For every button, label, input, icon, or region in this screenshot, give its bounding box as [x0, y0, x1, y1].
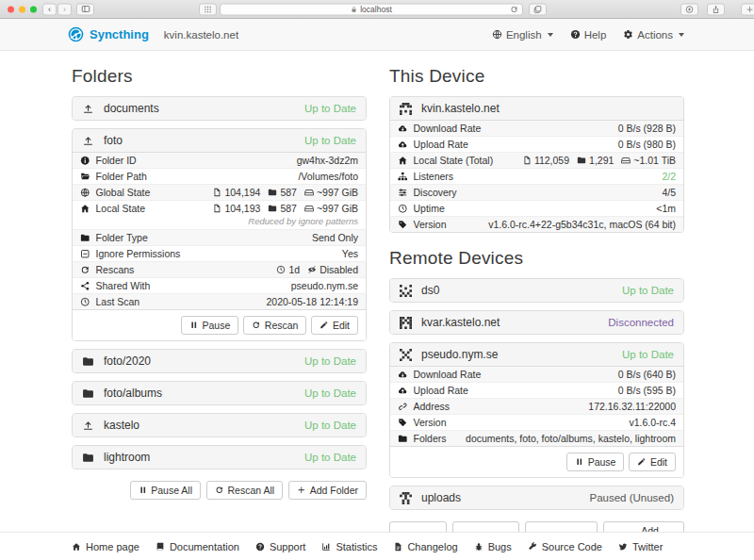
language-menu[interactable]: English: [492, 29, 553, 41]
edit-button[interactable]: Edit: [311, 316, 358, 335]
folder-icon: [80, 233, 90, 243]
value-part-text: 112,059: [534, 155, 569, 166]
window-controls: [8, 6, 37, 12]
row-value: 0 B/s (980 B): [618, 139, 676, 150]
device-header-kvin-kastelo-net[interactable]: kvin.kastelo.net: [390, 97, 683, 120]
back-button[interactable]: ‹: [42, 3, 57, 15]
browser-chrome: ‹ › localhost: [0, 0, 754, 19]
row-label-text: Local State (Total): [414, 155, 494, 166]
folder-name: kastelo: [104, 419, 139, 432]
info-icon: [80, 156, 90, 166]
help-menu[interactable]: Help: [570, 29, 607, 41]
folder-header-documents[interactable]: documentsUp to Date: [73, 97, 366, 120]
edit-button[interactable]: Edit: [629, 453, 676, 471]
device-details: Download Rate0 B/s (640 B)Upload Rate0 B…: [390, 366, 683, 446]
add-folder-button[interactable]: Add Folder: [288, 481, 367, 500]
footer-link-source-code[interactable]: Source Code: [528, 541, 602, 552]
row-label: Download Rate: [398, 369, 481, 380]
button-label: Edit: [650, 456, 667, 468]
footer-link-label: Twitter: [632, 541, 663, 552]
rescan-all-button[interactable]: Rescan All: [206, 481, 283, 500]
folder-icon: [268, 204, 277, 213]
this-device-panel: kvin.kastelo.netDownload Rate0 B/s (928 …: [389, 96, 684, 233]
tab-overview-button[interactable]: [529, 3, 547, 15]
row-value: 172.16.32.11:22000: [588, 401, 676, 412]
footer-link-support[interactable]: Support: [255, 541, 306, 552]
clock-icon: [80, 297, 90, 307]
row-label: Folder Path: [80, 171, 147, 182]
sidebar-toggle-button[interactable]: [76, 3, 94, 15]
folder-header-kastelo[interactable]: kasteloUp to Date: [73, 414, 366, 436]
filetext-icon: [393, 542, 402, 552]
row-label: Version: [398, 417, 447, 428]
footer-link-label: Support: [270, 541, 306, 552]
row-value: v1.6.0-rc.4+22-g5b34c31c, macOS (64 bit): [488, 219, 676, 230]
forward-button[interactable]: ›: [57, 3, 72, 15]
status-badge: Up to Date: [304, 355, 356, 367]
footer-link-home-page[interactable]: Home page: [72, 541, 139, 552]
row-value: Yes: [342, 248, 358, 259]
upload-icon: [82, 135, 94, 147]
value-part-text: 104,194: [224, 187, 260, 198]
device-header-pseudo-nym-se[interactable]: pseudo.nym.seUp to Date: [390, 343, 683, 366]
identicon-kvin-icon: [400, 103, 412, 115]
main-content: Folders documentsUp to DatefotoUp to Dat…: [0, 51, 754, 560]
actions-menu[interactable]: Actions: [623, 29, 684, 41]
footer-link-label: Source Code: [542, 541, 602, 552]
privacy-report-button[interactable]: [680, 3, 698, 15]
folder-header-foto-2020[interactable]: foto/2020Up to Date: [73, 350, 366, 372]
folder-header-foto[interactable]: fotoUp to Date: [73, 129, 366, 152]
clock-icon: [276, 265, 286, 274]
footer-link-changelog[interactable]: Changelog: [393, 541, 457, 552]
value-part: 587: [268, 203, 297, 214]
row-value: 112,0591,291~1.01 TiB: [522, 155, 676, 166]
close-window-button[interactable]: [8, 6, 14, 12]
row-label: Folders: [398, 433, 447, 444]
footer-link-statistics[interactable]: Statistics: [321, 541, 377, 552]
pause-all-button[interactable]: Pause All: [130, 481, 201, 500]
detail-row: Download Rate0 B/s (640 B): [390, 367, 683, 382]
pause-button[interactable]: Pause: [566, 453, 624, 471]
device-header-kvar-kastelo-net[interactable]: kvar.kastelo.netDisconnected: [390, 311, 683, 334]
device-panel: kvin.kastelo.netDownload Rate0 B/s (928 …: [389, 96, 684, 233]
eye-slash-icon: [307, 265, 317, 274]
reload-icon[interactable]: [510, 5, 518, 13]
device-name: uploads: [421, 491, 461, 504]
minimize-window-button[interactable]: [19, 6, 25, 12]
value-part-text: ~1.01 TiB: [633, 155, 676, 166]
address-bar[interactable]: localhost: [220, 3, 523, 15]
pencil-icon: [320, 321, 329, 330]
row-label: Shared With: [80, 280, 150, 291]
device-header-ds0[interactable]: ds0Up to Date: [390, 279, 683, 302]
row-label: Local State: [80, 203, 145, 214]
help-label: Help: [584, 29, 607, 41]
footer-link-bugs[interactable]: Bugs: [474, 541, 512, 552]
device-header-uploads[interactable]: uploadsPaused (Unused): [390, 486, 683, 509]
footer-link-twitter[interactable]: Twitter: [618, 541, 663, 552]
row-label: Address: [398, 401, 450, 412]
folder-header-lightroom[interactable]: lightroomUp to Date: [73, 446, 366, 469]
navbar: Syncthing kvin.kastelo.net English Help …: [0, 19, 754, 51]
row-label-text: Listeners: [414, 171, 454, 182]
value-part: 587: [268, 187, 297, 198]
pause-button[interactable]: Pause: [181, 316, 238, 335]
footer-link-label: Statistics: [336, 541, 377, 552]
device-details: Download Rate0 B/s (928 B)Upload Rate0 B…: [390, 120, 683, 232]
share-button[interactable]: [707, 3, 725, 15]
status-badge: Up to Date: [304, 387, 356, 399]
refresh-icon: [80, 265, 90, 275]
button-label: Pause: [203, 320, 231, 331]
folder-header-foto-albums[interactable]: foto/albumsUp to Date: [73, 382, 366, 404]
language-label: English: [506, 29, 542, 41]
footer-link-documentation[interactable]: Documentation: [156, 541, 239, 552]
detail-row: Upload Rate0 B/s (595 B): [390, 382, 683, 398]
lock-icon: [351, 6, 357, 12]
sliders-icon: [398, 188, 408, 198]
zoom-window-button[interactable]: [30, 6, 37, 12]
rescan-button[interactable]: Rescan: [243, 316, 306, 335]
new-tab-button[interactable]: [741, 3, 754, 15]
row-label-text: Shared With: [96, 280, 151, 291]
privacy-icon: [685, 5, 694, 13]
tab-group-button[interactable]: [199, 3, 217, 15]
status-badge: Disconnected: [608, 317, 674, 328]
